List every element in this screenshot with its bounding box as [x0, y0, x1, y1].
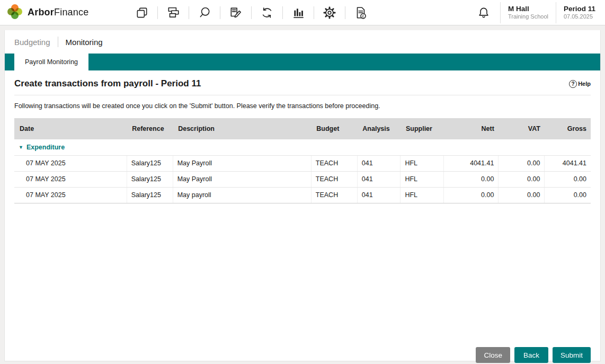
divider — [157, 6, 158, 19]
page-content: Create transactions from payroll - Perio… — [5, 70, 600, 203]
bar-chart-icon — [291, 6, 305, 20]
cell-vat: 0.00 — [499, 155, 545, 171]
footer-actions: Close Back Submit — [476, 347, 591, 363]
cell-budget: TEACH — [311, 155, 357, 171]
collapse-triangle-icon: ▼ — [19, 145, 23, 150]
cell-date: 07 MAY 2025 — [14, 171, 127, 187]
period-selector[interactable]: Period 11 07.05.2025 — [556, 5, 599, 20]
stack-button[interactable] — [165, 5, 181, 21]
divider — [220, 6, 220, 19]
settings-gear-icon — [323, 6, 336, 20]
divider — [251, 6, 252, 19]
finance-document-icon: £ — [354, 6, 368, 20]
cell-date: 07 MAY 2025 — [14, 155, 127, 171]
table-row[interactable]: 07 MAY 2025Salary125May PayrollTEACH041H… — [14, 171, 591, 187]
reports-button[interactable] — [290, 5, 306, 21]
col-supplier: Supplier — [401, 118, 444, 139]
group-label: Expenditure — [26, 144, 65, 151]
cell-reference: Salary125 — [127, 187, 173, 203]
brand-name: ArborFinance — [28, 7, 88, 18]
col-gross: Gross — [545, 118, 591, 139]
user-menu[interactable]: M Hall Training School — [501, 5, 556, 20]
cell-gross: 0.00 — [545, 171, 591, 187]
search-button[interactable] — [197, 5, 212, 21]
topbar-icon-strip: £ — [127, 5, 376, 21]
period-date: 07.05.2025 — [564, 13, 595, 20]
col-date: Date — [14, 118, 127, 139]
cell-supplier: HFL — [401, 187, 444, 203]
user-name: M Hall — [508, 5, 548, 13]
cell-gross: 4041.41 — [545, 155, 591, 171]
cell-vat: 0.00 — [499, 171, 545, 187]
help-button[interactable]: ? Help — [569, 80, 591, 88]
breadcrumb-monitoring[interactable]: Monitoring — [66, 38, 103, 47]
cell-date: 07 MAY 2025 — [14, 187, 127, 203]
cell-vat: 0.00 — [499, 187, 545, 203]
cell-description: May Payroll — [173, 171, 311, 187]
cell-analysis: 041 — [357, 155, 401, 171]
cell-budget: TEACH — [311, 171, 357, 187]
cell-supplier: HFL — [401, 155, 444, 171]
period-label: Period 11 — [564, 5, 595, 13]
col-budget: Budget — [311, 118, 357, 139]
divider — [282, 6, 283, 19]
cell-analysis: 041 — [357, 171, 401, 187]
col-description: Description — [173, 118, 311, 139]
cell-supplier: HFL — [401, 171, 444, 187]
submit-button[interactable]: Submit — [553, 347, 591, 363]
stack-icon — [166, 6, 180, 20]
title-divider — [14, 95, 591, 95]
finance-document-button[interactable]: £ — [353, 5, 369, 21]
transactions-table: Date Reference Description Budget Analys… — [14, 118, 591, 203]
col-nett: Nett — [444, 118, 499, 139]
cell-gross: 0.00 — [545, 187, 591, 203]
col-analysis: Analysis — [357, 118, 401, 139]
arbor-flower-icon — [6, 3, 23, 22]
tab-payroll-monitoring[interactable]: Payroll Monitoring — [14, 54, 88, 70]
divider — [345, 6, 345, 19]
table-row[interactable]: 07 MAY 2025Salary125May PayrollTEACH041H… — [14, 155, 591, 171]
breadcrumb-budgeting[interactable]: Budgeting — [14, 38, 50, 47]
main-panel: Budgeting Monitoring Payroll Monitoring … — [4, 30, 601, 361]
documents-button[interactable] — [134, 5, 150, 21]
cell-budget: TEACH — [311, 187, 357, 203]
documents-icon — [135, 6, 149, 20]
cell-reference: Salary125 — [127, 155, 173, 171]
page-description: Following transactions will be created o… — [14, 102, 591, 110]
settings-button[interactable] — [322, 5, 337, 21]
topbar: ArborFinance — [0, 0, 605, 25]
journal-edit-icon — [229, 6, 243, 20]
back-button[interactable]: Back — [514, 347, 548, 363]
table-row[interactable]: 07 MAY 2025Salary125May payrollTEACH041H… — [14, 187, 591, 203]
divider — [314, 6, 314, 19]
journal-edit-button[interactable] — [228, 5, 244, 21]
cell-description: May payroll — [173, 187, 311, 203]
title-row: Create transactions from payroll - Perio… — [14, 70, 591, 95]
tab-bar: Payroll Monitoring — [5, 54, 600, 70]
refresh-icon — [260, 6, 274, 20]
breadcrumb: Budgeting Monitoring — [5, 30, 600, 54]
breadcrumb-divider — [58, 37, 58, 47]
cell-analysis: 041 — [357, 187, 401, 203]
notifications-button[interactable] — [475, 4, 493, 22]
app-logo[interactable]: ArborFinance — [6, 3, 88, 22]
close-button[interactable]: Close — [476, 347, 510, 363]
cell-nett: 0.00 — [444, 187, 499, 203]
refresh-button[interactable] — [259, 5, 275, 21]
cell-nett: 4041.41 — [444, 155, 499, 171]
topbar-right: M Hall Training School Period 11 07.05.2… — [475, 2, 599, 23]
cell-nett: 0.00 — [444, 171, 499, 187]
help-question-icon: ? — [569, 80, 577, 88]
brand-bold: Arbor — [28, 7, 54, 17]
search-icon — [198, 6, 211, 20]
page-title: Create transactions from payroll - Perio… — [14, 78, 201, 89]
col-vat: VAT — [499, 118, 545, 139]
divider — [189, 6, 189, 19]
notifications-bell-icon — [477, 6, 491, 20]
cell-description: May Payroll — [173, 155, 311, 171]
group-row-expenditure[interactable]: ▼Expenditure — [14, 139, 591, 155]
brand-light: Finance — [54, 7, 88, 17]
cell-reference: Salary125 — [127, 171, 173, 187]
user-org: Training School — [508, 13, 548, 20]
table-header-row: Date Reference Description Budget Analys… — [14, 118, 591, 139]
